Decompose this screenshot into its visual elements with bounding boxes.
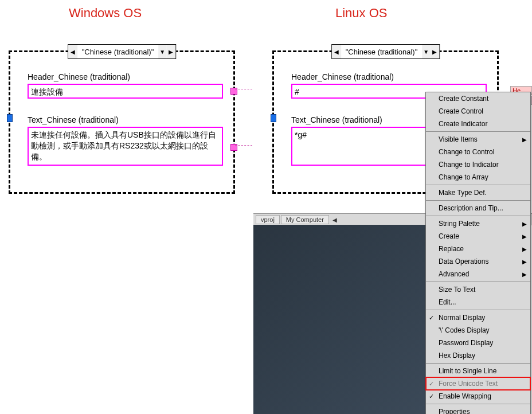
submenu-arrow-icon: ▶ bbox=[522, 136, 527, 143]
wire-icon bbox=[235, 89, 252, 90]
submenu-arrow-icon: ▶ bbox=[522, 271, 527, 278]
case-next-icon[interactable]: ▶ bbox=[166, 45, 175, 58]
menu-item-string-palette[interactable]: String Palette▶ bbox=[426, 217, 530, 230]
menu-item-properties[interactable]: Properties bbox=[426, 405, 530, 414]
menu-item-hex-display[interactable]: Hex Display bbox=[426, 349, 530, 362]
menu-item-create-control[interactable]: Create Control bbox=[426, 105, 530, 118]
case-next-icon[interactable]: ▶ bbox=[430, 45, 439, 58]
menu-item-codes-display[interactable]: '\' Codes Display bbox=[426, 324, 530, 337]
menu-item-advanced[interactable]: Advanced▶ bbox=[426, 268, 530, 280]
menu-item-edit[interactable]: Edit... bbox=[426, 296, 530, 308]
wire-icon bbox=[235, 145, 252, 146]
menu-separator bbox=[426, 216, 530, 216]
case-dropdown-icon[interactable]: ▼ bbox=[422, 45, 430, 58]
path-segment-target[interactable]: My Computer bbox=[281, 215, 329, 224]
menu-item-create[interactable]: Create▶ bbox=[426, 230, 530, 243]
menu-separator bbox=[426, 310, 530, 310]
case-prev-icon[interactable]: ◀ bbox=[68, 45, 77, 58]
block-diagram-background bbox=[253, 225, 425, 414]
case-selector-left[interactable]: ◀ "Chinese (traditional)" ▼ ▶ bbox=[68, 44, 177, 59]
menu-separator bbox=[426, 185, 530, 185]
header-value-left[interactable]: 連接設備 bbox=[28, 84, 223, 99]
context-menu: Create ConstantCreate ControlCreate Indi… bbox=[425, 92, 531, 414]
menu-separator bbox=[426, 131, 530, 132]
submenu-arrow-icon: ▶ bbox=[522, 246, 527, 252]
case-selector-label-right: "Chinese (traditional)" bbox=[341, 48, 423, 56]
menu-item-size-to-text[interactable]: Size To Text bbox=[426, 283, 530, 296]
text-label-left: Text_Chinese (traditional) bbox=[28, 115, 119, 124]
submenu-arrow-icon: ▶ bbox=[522, 221, 527, 227]
header-label-right: Header_Chinese (traditional) bbox=[291, 72, 394, 81]
menu-item-change-to-indicator[interactable]: Change to Indicator bbox=[426, 158, 530, 171]
title-linux: Linux OS bbox=[335, 6, 388, 21]
case-prev-icon[interactable]: ◀ bbox=[332, 45, 341, 58]
submenu-arrow-icon: ▶ bbox=[522, 259, 527, 265]
tunnel-in-right bbox=[271, 114, 276, 122]
menu-item-create-constant[interactable]: Create Constant bbox=[426, 92, 530, 105]
menu-item-password-display[interactable]: Password Display bbox=[426, 337, 530, 349]
menu-item-enable-wrapping[interactable]: Enable Wrapping✓ bbox=[426, 390, 530, 403]
menu-item-change-to-control[interactable]: Change to Control bbox=[426, 146, 530, 158]
text-label-right: Text_Chinese (traditional) bbox=[291, 115, 382, 124]
menu-item-data-operations[interactable]: Data Operations▶ bbox=[426, 255, 530, 268]
path-segment-project[interactable]: vproj bbox=[256, 215, 280, 224]
submenu-arrow-icon: ▶ bbox=[522, 233, 527, 240]
menu-item-force-unicode-text[interactable]: Force Unicode Text✓ bbox=[426, 377, 530, 390]
path-scroll-left-icon[interactable]: ◀ bbox=[332, 217, 337, 223]
menu-item-limit-to-single-line[interactable]: Limit to Single Line bbox=[426, 365, 530, 377]
check-icon: ✓ bbox=[429, 380, 434, 388]
check-icon: ✓ bbox=[429, 314, 434, 322]
case-structure-left: ◀ "Chinese (traditional)" ▼ ▶ Header_Chi… bbox=[9, 50, 235, 194]
menu-item-normal-display[interactable]: Normal Display✓ bbox=[426, 311, 530, 324]
case-selector-right[interactable]: ◀ "Chinese (traditional)" ▼ ▶ bbox=[331, 44, 440, 59]
menu-separator bbox=[426, 200, 530, 201]
menu-separator bbox=[426, 404, 530, 404]
menu-item-description-and-tip[interactable]: Description and Tip... bbox=[426, 202, 530, 214]
case-selector-label-left: "Chinese (traditional)" bbox=[77, 48, 159, 56]
check-icon: ✓ bbox=[429, 393, 434, 400]
menu-separator bbox=[426, 282, 530, 282]
menu-item-visible-items[interactable]: Visible Items▶ bbox=[426, 133, 530, 146]
menu-separator bbox=[426, 363, 530, 364]
text-value-left[interactable]: 未連接任何設備。插入具有USB接口的設備以進行自動檢測，或手動添加具有RS232… bbox=[28, 127, 223, 166]
menu-item-make-type-def[interactable]: Make Type Def. bbox=[426, 186, 530, 199]
title-windows: Windows OS bbox=[69, 6, 142, 21]
case-dropdown-icon[interactable]: ▼ bbox=[158, 45, 166, 58]
header-label-left: Header_Chinese (traditional) bbox=[28, 72, 130, 81]
tunnel-in-left bbox=[7, 114, 13, 122]
menu-item-replace[interactable]: Replace▶ bbox=[426, 243, 530, 255]
menu-item-create-indicator[interactable]: Create Indicator bbox=[426, 118, 530, 130]
menu-item-change-to-array[interactable]: Change to Array bbox=[426, 171, 530, 183]
